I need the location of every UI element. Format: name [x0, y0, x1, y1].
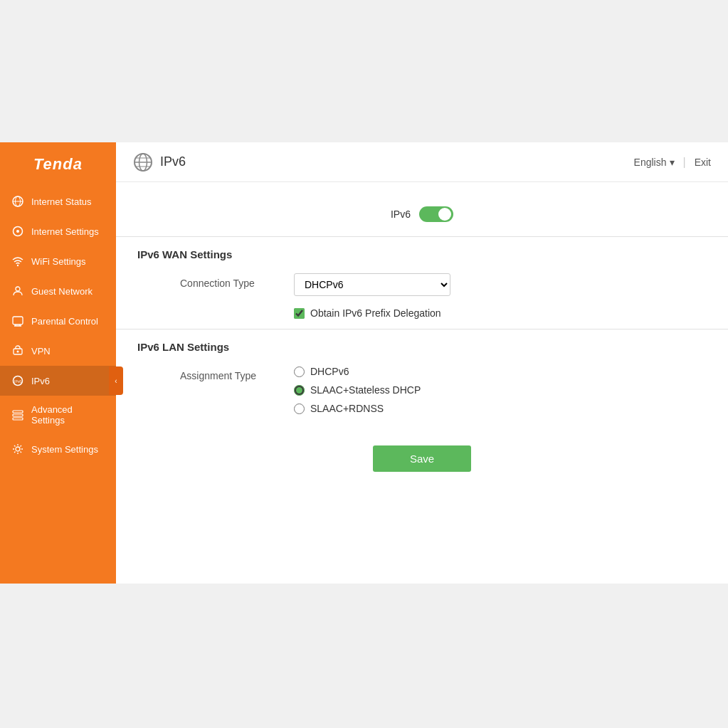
header: IPv6 English ▾ | Exit: [116, 142, 728, 182]
header-divider: |: [683, 156, 686, 169]
prefix-delegation-row: Obtain IPv6 Prefix Delegation: [137, 307, 707, 319]
connection-type-select[interactable]: DHCPv6 Static IPv6 PPPoEv6: [294, 273, 450, 296]
settings-circle-icon: [11, 225, 24, 238]
sidebar-item-wifi-settings[interactable]: WiFi Settings: [0, 246, 116, 276]
vpn-icon: [11, 344, 24, 357]
globe-icon: [11, 195, 24, 208]
radio-slaac-stateless-input[interactable]: [294, 385, 305, 396]
main-content: IPv6 English ▾ | Exit IPv6: [116, 142, 728, 584]
sidebar-item-vpn[interactable]: VPN: [0, 336, 116, 366]
system-icon: [11, 443, 24, 455]
save-button[interactable]: Save: [373, 445, 471, 472]
app-logo: Tenda: [0, 142, 116, 186]
sidebar-collapse-btn[interactable]: ‹: [109, 366, 123, 395]
sidebar: Tenda Internet Status Internet Settings …: [0, 142, 116, 584]
page-icon: [133, 152, 153, 172]
sidebar-label-parental-control: Parental Control: [31, 316, 98, 327]
svg-rect-7: [13, 317, 23, 325]
ipv6-icon: IPv6: [11, 374, 24, 387]
prefix-delegation-label: Obtain IPv6 Prefix Delegation: [310, 307, 441, 319]
radio-slaac-rdnss-input[interactable]: [294, 403, 305, 414]
ipv6-toggle-label: IPv6: [391, 209, 411, 220]
radio-dhcpv6-input[interactable]: [294, 366, 305, 377]
exit-button[interactable]: Exit: [695, 157, 711, 168]
sidebar-label-internet-status: Internet Status: [31, 196, 92, 207]
sidebar-item-parental-control[interactable]: Parental Control: [0, 306, 116, 336]
parental-icon: [11, 315, 24, 327]
connection-type-control: DHCPv6 Static IPv6 PPPoEv6: [294, 273, 707, 296]
sidebar-item-advanced-settings[interactable]: Advanced Settings: [0, 396, 116, 434]
sidebar-item-internet-settings[interactable]: Internet Settings: [0, 216, 116, 246]
sidebar-label-guest-network: Guest Network: [31, 286, 93, 297]
advanced-icon: [11, 408, 24, 421]
radio-slaac-rdnss-label: SLAAC+RDNSS: [310, 403, 384, 414]
sidebar-label-advanced-settings: Advanced Settings: [31, 404, 105, 426]
wan-section-title: IPv6 WAN Settings: [137, 248, 707, 260]
svg-rect-14: [13, 418, 23, 420]
sidebar-item-internet-status[interactable]: Internet Status: [0, 186, 116, 216]
language-label: English: [634, 157, 667, 168]
sidebar-item-system-settings[interactable]: System Settings: [0, 434, 116, 464]
svg-point-4: [16, 230, 19, 233]
ipv6-toggle-switch[interactable]: [419, 206, 453, 222]
guest-icon: [11, 285, 24, 297]
toggle-knob: [438, 208, 451, 221]
header-left: IPv6: [133, 152, 186, 172]
svg-point-5: [17, 265, 19, 266]
radio-dhcpv6-label: DHCPv6: [310, 366, 349, 377]
svg-point-15: [16, 447, 20, 451]
page-title: IPv6: [160, 154, 186, 169]
wifi-icon: [11, 255, 24, 268]
sidebar-label-ipv6: IPv6: [31, 376, 50, 386]
assignment-type-options: DHCPv6 SLAAC+Stateless DHCP SLAAC+RDNSS: [294, 366, 707, 414]
svg-rect-13: [13, 414, 23, 416]
radio-slaac-stateless[interactable]: SLAAC+Stateless DHCP: [294, 384, 707, 396]
prefix-delegation-checkbox[interactable]: [294, 308, 305, 319]
sidebar-item-guest-network[interactable]: Guest Network: [0, 276, 116, 306]
ipv6-toggle-row: IPv6: [137, 196, 707, 236]
content-area: IPv6 IPv6 WAN Settings Connection Type D…: [116, 182, 728, 584]
radio-slaac-rdnss[interactable]: SLAAC+RDNSS: [294, 403, 707, 414]
svg-point-9: [17, 351, 19, 353]
wan-divider: [116, 236, 728, 237]
assignment-type-row: Assignment Type DHCPv6 SLAAC+Stateless D…: [137, 366, 707, 414]
sidebar-label-internet-settings: Internet Settings: [31, 226, 99, 237]
header-right: English ▾ | Exit: [634, 156, 711, 169]
svg-rect-12: [13, 411, 23, 413]
save-row: Save: [137, 426, 707, 486]
sidebar-item-ipv6[interactable]: IPv6 IPv6 ‹: [0, 366, 116, 396]
lan-divider: [116, 329, 728, 329]
radio-dhcpv6[interactable]: DHCPv6: [294, 366, 707, 377]
sidebar-label-vpn: VPN: [31, 346, 51, 357]
sidebar-label-wifi-settings: WiFi Settings: [31, 256, 86, 267]
svg-text:IPv6: IPv6: [14, 379, 21, 384]
language-selector[interactable]: English ▾: [634, 157, 675, 168]
sidebar-label-system-settings: System Settings: [31, 444, 98, 455]
radio-slaac-stateless-label: SLAAC+Stateless DHCP: [310, 384, 421, 396]
connection-type-row: Connection Type DHCPv6 Static IPv6 PPPoE…: [137, 273, 707, 296]
lang-dropdown-arrow: ▾: [670, 157, 675, 168]
svg-point-6: [16, 287, 20, 291]
assignment-type-label: Assignment Type: [180, 366, 294, 381]
lan-section-title: IPv6 LAN Settings: [137, 341, 707, 353]
connection-type-label: Connection Type: [180, 273, 294, 289]
